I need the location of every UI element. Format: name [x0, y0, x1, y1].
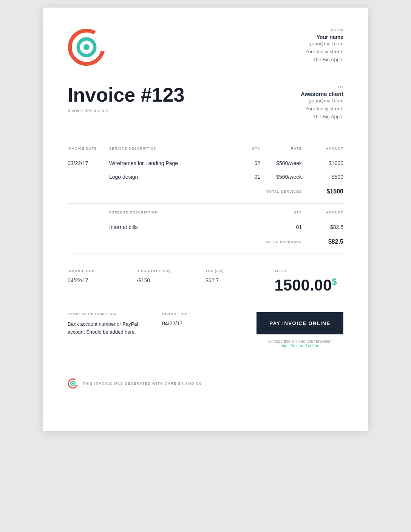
tax-value: $62,7	[206, 277, 275, 283]
total-label: TOTAL	[275, 269, 344, 273]
header-qty: QTY	[230, 147, 260, 150]
to-name: Awesome client	[301, 91, 343, 97]
header-expense-qty: QTY	[260, 210, 302, 214]
invoice-due-value: 04/22/17	[68, 277, 137, 283]
expense-empty-col2	[230, 210, 260, 214]
payment-due-label: INVOICE DUE	[162, 312, 249, 316]
header-invoice-date: INVOICE DATE	[68, 147, 109, 150]
payment-due-value: 04/22/17	[162, 320, 249, 326]
discount-value: -$150	[137, 277, 206, 283]
service-amount-1: $1000	[302, 160, 343, 166]
invoice-title-section: Invoice #123 Invoice description TO Awes…	[68, 85, 343, 121]
service-qty-1: 02	[230, 160, 260, 166]
service-rate-1: $500/week	[260, 160, 302, 166]
to-email: your@mail.com	[301, 97, 343, 105]
payment-section: PAYMENT INFORMATION Bank account number …	[68, 312, 343, 348]
invoice-title: Invoice #123	[68, 85, 184, 105]
totals-grid: INVOICE DUE 04/22/17 DISCOUNT (10%) -$15…	[68, 269, 343, 293]
service-desc-2: Logo design	[109, 174, 230, 180]
header-service-desc: SERVICE DESCRIPTION	[109, 147, 230, 150]
invoice-title-left: Invoice #123 Invoice description	[68, 85, 184, 113]
services-table-header: INVOICE DATE SERVICE DESCRIPTION QTY RAT…	[68, 144, 343, 153]
from-label: FROM	[305, 28, 343, 32]
expense-amount-1: $82.5	[302, 224, 343, 230]
service-qty-2: 01	[230, 174, 260, 180]
payment-button-col: PAY INVOICE ONLINE Or copy this link int…	[256, 312, 343, 348]
payment-due-col: INVOICE DUE 04/22/17	[162, 312, 249, 326]
service-amount-2: $500	[302, 174, 343, 180]
header: FROM Your name your@mail.com Your fancy …	[68, 28, 343, 66]
to-city: The Big Apple	[301, 113, 343, 121]
total-expenses-label: TOTAL EXPENSES	[260, 240, 302, 244]
pay-invoice-button[interactable]: PAY INVOICE ONLINE	[256, 312, 343, 334]
svg-point-5	[72, 383, 74, 385]
expense-desc-1: Internet bills	[109, 224, 230, 230]
from-city: The Big Apple	[305, 56, 343, 64]
invoice-due-label: INVOICE DUE	[68, 269, 137, 273]
header-expense-amount: AMOUNT	[302, 210, 343, 214]
total-currency: $	[332, 277, 337, 287]
footer-logo-icon	[68, 378, 78, 389]
header-expense-desc: EXPENSE DESCRIPTION	[109, 210, 230, 214]
pay-link-text: Or copy this link into your browser: htt…	[256, 339, 343, 348]
total-services-label: TOTAL SERVICES	[260, 190, 302, 193]
expense-row-1: Internet bills 01 $82.5	[68, 220, 343, 234]
total-value: 1500.00$	[275, 277, 344, 293]
company-logo	[68, 28, 105, 66]
totals-discount-col: DISCOUNT (10%) -$150	[137, 269, 206, 283]
service-desc-1: Wireframes for Landing Page	[109, 160, 230, 166]
total-expenses-amount: $82.5	[302, 238, 343, 245]
totals-due-col: INVOICE DUE 04/22/17	[68, 269, 137, 283]
footer-text: THIS INVOICE WAS GENERATED WITH CARE BY …	[83, 382, 202, 385]
from-email: your@mail.com	[305, 40, 343, 48]
total-main: 1500.00	[275, 276, 332, 294]
payment-info-label: PAYMENT INFORMATION	[68, 312, 155, 316]
header-amount: AMOUNT	[302, 147, 343, 150]
divider-1	[68, 136, 343, 136]
total-services-amount: $1500	[302, 188, 343, 195]
totals-total-col: TOTAL 1500.00$	[275, 269, 344, 293]
invoice-description: Invoice description	[68, 108, 184, 113]
discount-label: DISCOUNT (10%)	[137, 269, 206, 273]
service-row-1: 03/22/17 Wireframes for Landing Page 02 …	[68, 156, 343, 170]
expense-empty-col	[68, 210, 109, 214]
total-services-row: TOTAL SERVICES $1500	[68, 184, 343, 200]
services-section: INVOICE DATE SERVICE DESCRIPTION QTY RAT…	[68, 144, 343, 200]
tax-label: TAX (5%)	[206, 269, 275, 273]
expenses-table-header: EXPENSE DESCRIPTION QTY AMOUNT	[68, 207, 343, 217]
invoice-page: FROM Your name your@mail.com Your fancy …	[43, 8, 368, 431]
service-row-2: Logo design 01 $500/week $500	[68, 170, 343, 184]
totals-tax-col: TAX (5%) $62,7	[206, 269, 275, 283]
expenses-section: EXPENSE DESCRIPTION QTY AMOUNT Internet …	[68, 207, 343, 250]
footer: THIS INVOICE WAS GENERATED WITH CARE BY …	[68, 371, 343, 389]
pay-link-prefix: Or copy this link into your browser:	[268, 339, 332, 343]
divider-3	[68, 254, 343, 254]
expense-qty-1: 01	[260, 224, 302, 230]
from-block: FROM Your name your@mail.com Your fancy …	[305, 28, 343, 63]
divider-2	[68, 203, 343, 204]
to-label: TO	[301, 85, 343, 89]
to-street: Your fancy street,	[301, 105, 343, 113]
payment-info-text: Bank account number or PayPal account Sh…	[68, 320, 155, 336]
service-rate-2: $500/week	[260, 174, 302, 180]
pay-link[interactable]: https://me.and.co/me	[281, 343, 320, 348]
to-block: TO Awesome client your@mail.com Your fan…	[301, 85, 343, 121]
svg-point-2	[83, 44, 90, 50]
total-expenses-row: TOTAL EXPENSES $82.5	[68, 234, 343, 250]
invoice-date-value: 03/22/17	[68, 160, 109, 166]
payment-info-col: PAYMENT INFORMATION Bank account number …	[68, 312, 155, 336]
from-name: Your name	[305, 34, 343, 40]
header-rate: RATE	[260, 147, 302, 150]
from-street: Your fancy street,	[305, 48, 343, 56]
totals-section: INVOICE DUE 04/22/17 DISCOUNT (10%) -$15…	[68, 261, 343, 293]
